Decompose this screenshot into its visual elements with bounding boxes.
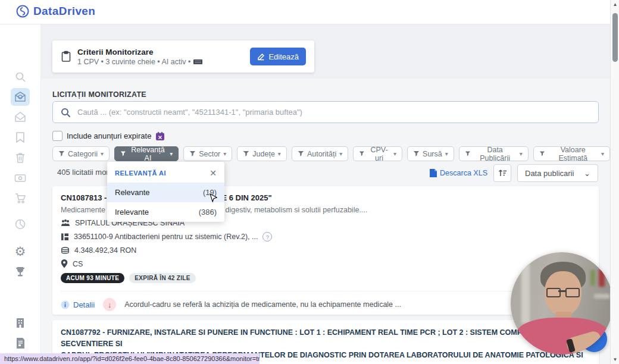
help-icon[interactable]: ? — [262, 232, 272, 241]
mail-open-icon[interactable] — [11, 108, 30, 126]
scroll-down-icon[interactable]: ▼ — [611, 357, 619, 362]
results-controls: Descarca XLS Data publicarii ⌄ — [430, 164, 598, 182]
badges-row: ACUM 93 MINUTE EXPIRĂ ÎN 42 ZILE — [61, 273, 590, 283]
logo-text: DataDriven — [33, 5, 95, 18]
edit-button[interactable]: Editează — [250, 48, 306, 65]
sort-select[interactable]: Data publicarii ⌄ — [517, 164, 598, 182]
value-row: 4.348.492,34 RON — [61, 246, 590, 255]
search-input[interactable] — [76, 107, 591, 117]
webcam-overlay — [511, 252, 613, 354]
coins-icon — [61, 247, 70, 255]
cart-icon[interactable] — [11, 189, 30, 207]
include-expired-row: Include anunțuri expirate — [52, 131, 165, 141]
filter-bar: Categorii▾ Relevanță AI▾ Sector▾ Județe▾… — [52, 146, 610, 161]
bookmark-icon[interactable] — [11, 128, 30, 146]
top-bar: DataDriven — [0, 0, 619, 24]
ai-note: Acordul-cadru se referă la achiziția de … — [124, 300, 401, 309]
chevron-down-icon: ▾ — [601, 150, 604, 157]
expiry-badge: EXPIRĂ ÎN 42 ZILE — [129, 273, 195, 283]
criteria-card: Criterii Monitorizare 1 CPV • 3 cuvinte … — [52, 40, 314, 73]
filter-valoare-estimata[interactable]: Valoare Estimată▾ — [533, 146, 610, 161]
filter-sursa[interactable]: Sursă▾ — [407, 146, 454, 161]
criteria-title: Criterii Monitorizare — [77, 48, 202, 57]
recency-badge: ACUM 93 MINUTE — [61, 273, 124, 283]
chevron-down-icon: ▾ — [520, 150, 523, 157]
scrollbar[interactable]: ▲ ▼ — [610, 0, 619, 364]
close-icon[interactable]: ✕ — [210, 168, 217, 178]
dropdown-title: RELEVANȚĂ AI — [115, 170, 166, 177]
glasses-icon — [546, 288, 561, 297]
dropdown-header: RELEVANȚĂ AI ✕ — [107, 162, 224, 183]
authority-icon — [61, 219, 70, 227]
wallet-icon[interactable] — [11, 169, 30, 187]
include-expired-checkbox[interactable] — [52, 131, 62, 141]
scrollbar-thumb[interactable] — [612, 13, 618, 62]
xls-file-icon — [430, 169, 437, 177]
trophy-icon[interactable] — [11, 263, 30, 281]
filter-categorii[interactable]: Categorii▾ — [52, 146, 110, 161]
chevron-down-icon: ▾ — [223, 150, 226, 157]
mail-search-icon[interactable] — [11, 88, 30, 106]
sort-icon — [498, 169, 507, 177]
relevance-ai-dropdown: RELEVANȚĂ AI ✕ Relevante (19) Irelevante… — [107, 162, 224, 222]
invoice-icon[interactable] — [11, 334, 30, 352]
clipboard-icon — [61, 51, 71, 62]
search-icon — [60, 107, 71, 118]
app-logo[interactable]: DataDriven — [15, 4, 95, 18]
search-bar — [52, 101, 599, 123]
filter-sector[interactable]: Sector▾ — [183, 146, 232, 161]
calendar-x-icon — [155, 131, 165, 141]
dropdown-option-relevante[interactable]: Relevante (19) — [107, 183, 224, 202]
search-icon[interactable] — [11, 68, 30, 86]
filter-judete[interactable]: Județe▾ — [237, 146, 287, 161]
info-icon — [61, 300, 70, 309]
location-row: CS — [61, 259, 590, 268]
page-title: LICITAȚII MONITORIZATE — [52, 90, 146, 99]
chevron-down-icon: ▾ — [101, 150, 104, 157]
status-bar-url: https://www.datadriven.ro/app/?id=d026f2… — [0, 353, 260, 364]
filter-relevanta-ai[interactable]: Relevanță AI▾ — [114, 146, 179, 161]
cpv-row: 33651100-9 Antibacterieni pentru uz sist… — [61, 232, 590, 241]
chevron-down-icon: ▾ — [445, 150, 448, 157]
tender-title-line-1[interactable]: CN1087792 - FURNIZARE, INSTALARE SI PUNE… — [61, 327, 590, 350]
trash-icon[interactable] — [11, 149, 30, 167]
chevron-down-icon: ⌄ — [584, 169, 590, 178]
filter-cpv[interactable]: CPV-uri▾ — [353, 146, 402, 161]
chevron-down-icon: ▾ — [170, 150, 173, 157]
chevron-down-icon: ▾ — [393, 150, 396, 157]
ai-irrelevant-icon[interactable]: ↓ — [103, 298, 116, 311]
location-pin-icon — [61, 259, 68, 268]
building-icon[interactable] — [11, 314, 30, 332]
chevron-down-icon: ▾ — [278, 150, 281, 157]
filter-data-publicarii[interactable]: Data Publicării▾ — [459, 146, 529, 161]
chevron-down-icon: ▾ — [339, 150, 342, 157]
logo-icon — [15, 4, 30, 18]
sort-direction-button[interactable] — [493, 164, 511, 182]
include-expired-label: Include anunțuri expirate — [67, 131, 151, 140]
details-link[interactable]: Detalii — [61, 300, 95, 309]
pie-chart-icon[interactable] — [11, 215, 30, 233]
gear-icon[interactable]: ⚙ — [11, 243, 30, 261]
criteria-subtitle: 1 CPV • 3 cuvinte cheie • AI activ • — [77, 58, 190, 66]
scroll-up-icon[interactable]: ▲ — [611, 2, 619, 7]
cpv-icon — [61, 233, 69, 241]
sidebar-nav: ⚙ — [0, 24, 41, 364]
filter-autoritati[interactable]: Autorități▾ — [292, 146, 348, 161]
dropdown-option-irelevante[interactable]: Irelevante (386) — [107, 202, 224, 222]
keyboard-icon — [193, 59, 202, 64]
download-xls-link[interactable]: Descarca XLS — [430, 169, 487, 177]
mouse-cursor — [210, 193, 217, 203]
